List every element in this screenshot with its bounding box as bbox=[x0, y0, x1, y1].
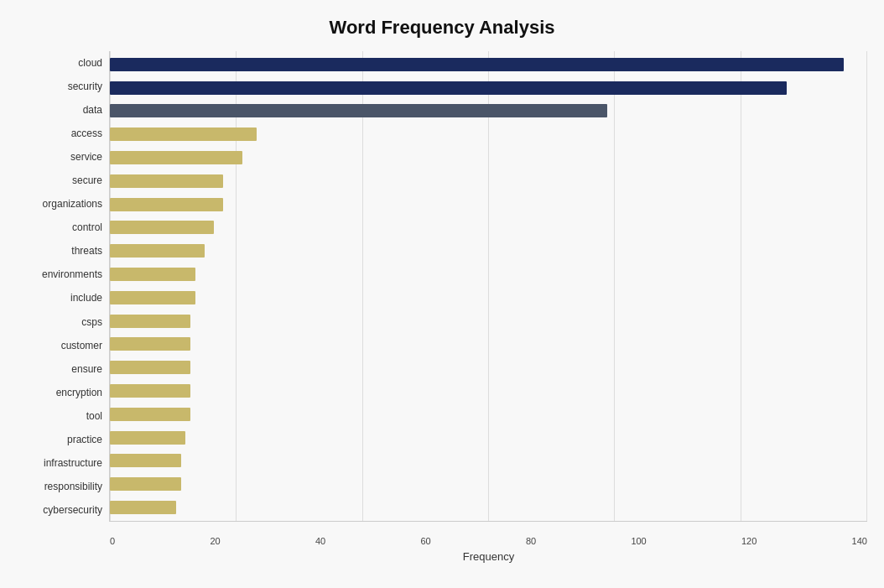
bar bbox=[110, 384, 190, 398]
y-label: threats bbox=[17, 241, 102, 261]
bar bbox=[110, 337, 190, 351]
bar-row bbox=[110, 266, 867, 283]
bar-row bbox=[110, 126, 867, 143]
bar bbox=[110, 361, 190, 374]
x-axis-labels: 020406080100120140 bbox=[110, 536, 867, 546]
bar-row bbox=[110, 289, 867, 306]
bar-row bbox=[110, 406, 867, 423]
bar bbox=[110, 174, 223, 188]
x-tick: 100 bbox=[631, 536, 646, 546]
bars-and-grid: 020406080100120140 Frequency bbox=[109, 51, 867, 522]
bar bbox=[110, 268, 195, 281]
y-label: practice bbox=[17, 429, 102, 450]
x-tick: 40 bbox=[315, 536, 325, 546]
x-tick: 0 bbox=[110, 536, 115, 546]
bar bbox=[110, 454, 181, 467]
bars-wrapper bbox=[110, 51, 867, 521]
bar-row bbox=[110, 242, 867, 259]
bar bbox=[110, 58, 844, 71]
bar bbox=[110, 477, 181, 491]
y-label: include bbox=[17, 288, 102, 308]
y-label: encryption bbox=[17, 382, 102, 403]
y-label: responsibility bbox=[17, 476, 102, 497]
bar bbox=[110, 501, 176, 514]
y-label: data bbox=[17, 100, 102, 120]
bar-row bbox=[110, 452, 867, 469]
bar bbox=[110, 151, 242, 164]
bar bbox=[110, 198, 223, 211]
y-label: environments bbox=[17, 264, 102, 284]
y-label: access bbox=[17, 123, 102, 143]
y-label: tool bbox=[17, 406, 102, 426]
bar bbox=[110, 244, 205, 258]
y-label: ensure bbox=[17, 359, 102, 379]
bar bbox=[110, 81, 787, 95]
x-tick: 140 bbox=[852, 536, 867, 546]
x-tick: 80 bbox=[526, 536, 536, 546]
bar bbox=[110, 127, 257, 141]
bar-row bbox=[110, 56, 867, 73]
bar-row bbox=[110, 313, 867, 330]
x-tick: 20 bbox=[210, 536, 220, 546]
bar-row bbox=[110, 336, 867, 352]
bar-row bbox=[110, 429, 867, 446]
bar bbox=[110, 104, 607, 117]
bar bbox=[110, 291, 195, 304]
bar-row bbox=[110, 499, 867, 516]
bar-row bbox=[110, 80, 867, 96]
bar-row bbox=[110, 173, 867, 190]
y-label: secure bbox=[17, 170, 102, 190]
bar bbox=[110, 408, 190, 421]
y-label: csps bbox=[17, 312, 102, 332]
y-label: cloud bbox=[17, 53, 102, 73]
y-label: security bbox=[17, 76, 102, 96]
y-label: control bbox=[17, 217, 102, 237]
y-label: cybersecurity bbox=[17, 500, 102, 520]
chart-area: cloudsecuritydataaccessservicesecureorga… bbox=[17, 51, 867, 522]
y-label: service bbox=[17, 147, 102, 167]
y-label: organizations bbox=[17, 194, 102, 214]
x-tick: 60 bbox=[420, 536, 430, 546]
y-label: infrastructure bbox=[17, 453, 102, 473]
x-tick: 120 bbox=[741, 536, 757, 546]
chart-container: Word Frequency Analysis cloudsecuritydat… bbox=[0, 0, 884, 588]
chart-title: Word Frequency Analysis bbox=[17, 17, 867, 39]
bar-row bbox=[110, 382, 867, 399]
x-axis-title: Frequency bbox=[110, 550, 867, 563]
bar bbox=[110, 221, 214, 234]
y-label: customer bbox=[17, 336, 102, 356]
bar bbox=[110, 315, 190, 328]
bar-row bbox=[110, 149, 867, 166]
bar-row bbox=[110, 196, 867, 213]
bar bbox=[110, 431, 185, 445]
bar-row bbox=[110, 219, 867, 236]
y-axis: cloudsecuritydataaccessservicesecureorga… bbox=[17, 51, 109, 522]
bar-row bbox=[110, 359, 867, 376]
bar-row bbox=[110, 102, 867, 119]
bar-row bbox=[110, 476, 867, 492]
